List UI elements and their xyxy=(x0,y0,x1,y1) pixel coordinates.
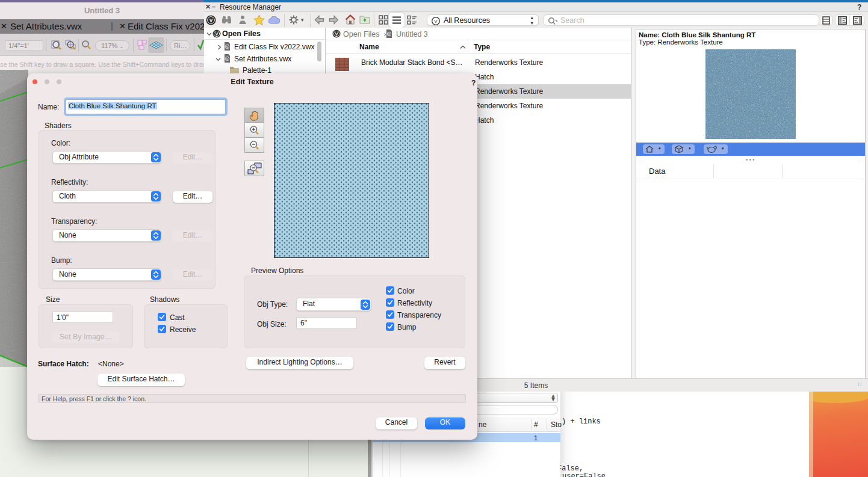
svg-text:V: V xyxy=(434,19,438,24)
svg-text:V: V xyxy=(335,31,338,37)
svg-text:V: V xyxy=(215,31,218,37)
svg-text:V: V xyxy=(209,17,213,23)
